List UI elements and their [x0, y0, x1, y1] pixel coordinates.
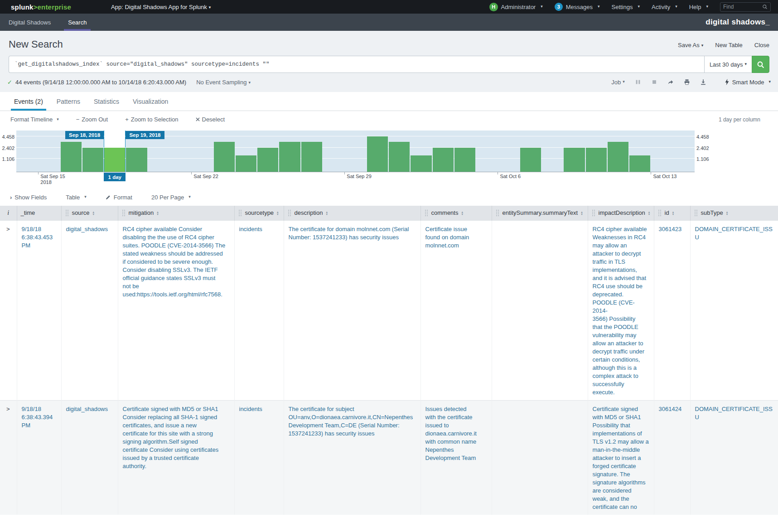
event-cell-subtype[interactable]: DOMAIN_CERTIFICATE_ISSU	[690, 220, 778, 400]
save-as-button[interactable]: Save As▾	[678, 42, 703, 48]
event-cell-comments[interactable]: Certificate issue found on domain molnne…	[420, 220, 492, 400]
column-drag-handle[interactable]	[65, 209, 69, 216]
timeline-bar[interactable]	[454, 148, 475, 172]
timerange-picker[interactable]: Last 30 days▾	[704, 56, 752, 73]
view-table-menu[interactable]: Table▾	[66, 194, 87, 201]
column-drag-handle[interactable]	[592, 209, 595, 216]
share-job-button[interactable]	[667, 79, 674, 85]
event-cell-mitigation[interactable]: Certificate signed with MD5 or SHA1 Cons…	[118, 400, 234, 515]
sort-arrows-icon[interactable]: ▴▾	[648, 211, 650, 215]
sort-arrows-icon[interactable]: ▴▾	[581, 211, 583, 215]
appnav-search[interactable]: Search	[59, 14, 95, 31]
show-fields-toggle[interactable]: ›Show Fields	[10, 194, 47, 201]
timeline-bar-selected[interactable]	[104, 148, 125, 172]
zoom-to-selection-button[interactable]: +Zoom to Selection	[125, 116, 178, 123]
format-menu[interactable]: Format	[106, 194, 132, 201]
event-cell-mitigation[interactable]: RC4 cipher available Consider disabling …	[118, 220, 234, 400]
event-cell-description[interactable]: The certificate for domain molnnet.com (…	[284, 220, 420, 400]
event-cell-id[interactable]: 3061423	[654, 220, 690, 400]
timeline-bar[interactable]	[236, 155, 256, 172]
expand-event-button[interactable]: >	[0, 400, 17, 515]
sort-arrows-icon[interactable]: ▴▾	[672, 211, 674, 215]
column-header-sourcetype[interactable]: sourcetype▴▾	[234, 206, 284, 220]
search-submit-button[interactable]	[752, 56, 769, 73]
app-switcher-menu[interactable]: App: Digital Shadows App for Splunk▾	[111, 4, 211, 10]
close-button[interactable]: Close	[754, 42, 769, 48]
sort-arrows-icon[interactable]: ▴▾	[157, 211, 159, 215]
pause-job-button[interactable]	[635, 79, 641, 85]
column-drag-handle[interactable]	[122, 209, 126, 216]
search-mode-menu[interactable]: Smart Mode▾	[725, 79, 771, 86]
splunk-logo[interactable]: splunk>enterprise	[11, 3, 71, 11]
tab-visualization[interactable]: Visualization	[126, 92, 175, 111]
event-sampling-menu[interactable]: No Event Sampling▾	[196, 79, 251, 86]
event-cell-id[interactable]: 3061424	[654, 400, 690, 515]
stop-job-button[interactable]	[651, 79, 657, 85]
timeline-bar[interactable]	[257, 148, 278, 172]
column-header-entitysummary-summarytext[interactable]: entitySummary.summaryText▴▾	[492, 206, 588, 220]
timeline-bar[interactable]	[82, 148, 103, 172]
event-cell--time[interactable]: 9/18/18 6:38:43.394 PM	[17, 400, 61, 515]
event-cell-sourcetype[interactable]: incidents	[234, 220, 284, 400]
sort-arrows-icon[interactable]: ▴▾	[277, 211, 279, 215]
per-page-menu[interactable]: 20 Per Page▾	[151, 194, 191, 201]
print-button[interactable]	[684, 79, 690, 85]
tab-patterns[interactable]: Patterns	[50, 92, 87, 111]
messages-menu[interactable]: 3 Messages▾	[555, 3, 600, 11]
timeline-bar[interactable]	[279, 142, 300, 172]
sort-arrows-icon[interactable]: ▴▾	[93, 211, 95, 215]
column-header-source[interactable]: source▴▾	[61, 206, 118, 220]
tab-events[interactable]: Events (2)	[7, 92, 50, 111]
help-menu[interactable]: Help▾	[689, 4, 708, 10]
timeline-bar[interactable]	[586, 148, 607, 172]
column-drag-handle[interactable]	[238, 209, 242, 216]
event-cell-comments[interactable]: Issues detected with the certificate iss…	[420, 400, 492, 515]
column-header-mitigation[interactable]: mitigation▴▾	[118, 206, 234, 220]
sort-arrows-icon[interactable]: ▴▾	[726, 211, 728, 215]
column-drag-handle[interactable]	[658, 209, 662, 216]
event-cell-source[interactable]: digital_shadows	[61, 400, 118, 515]
event-cell--time[interactable]: 9/18/18 6:38:43.453 PM	[17, 220, 61, 400]
sort-arrows-icon[interactable]: ▴▾	[461, 211, 463, 215]
column-header-subtype[interactable]: subType▴▾	[690, 206, 778, 220]
timeline-plot-area[interactable]: Sep 18, 2018Sep 19, 2018	[16, 131, 695, 172]
column-drag-handle[interactable]	[288, 209, 291, 216]
job-menu[interactable]: Job▾	[611, 79, 625, 86]
column-drag-handle[interactable]	[425, 209, 428, 216]
event-cell-subtype[interactable]: DOMAIN_CERTIFICATE_ISSU	[690, 400, 778, 515]
settings-menu[interactable]: Settings▾	[612, 4, 640, 10]
timeline-bar[interactable]	[608, 142, 628, 172]
event-cell-impactdescription[interactable]: RC4 cipher available Weaknesses in RC4 m…	[588, 220, 654, 400]
column-header-impactdescription[interactable]: impactDescription▴▾	[588, 206, 654, 220]
selection-duration-flag[interactable]: 1 day	[104, 173, 126, 181]
column-header-id[interactable]: id▴▾	[654, 206, 690, 220]
event-cell-sourcetype[interactable]: incidents	[234, 400, 284, 515]
expand-event-button[interactable]: >	[0, 220, 17, 400]
timeline-bar[interactable]	[629, 155, 650, 172]
event-cell-source[interactable]: digital_shadows	[61, 220, 118, 400]
timeline-bar[interactable]	[126, 148, 147, 172]
timeline-bar[interactable]	[520, 148, 541, 172]
timeline-bar[interactable]	[433, 148, 454, 172]
format-timeline-menu[interactable]: Format Timeline▾	[10, 116, 59, 123]
new-table-button[interactable]: New Table	[715, 42, 742, 48]
column-header-description[interactable]: description▴▾	[284, 206, 420, 220]
export-button[interactable]	[700, 79, 706, 85]
event-cell-description[interactable]: The certificate for subject OU=anv,O=dio…	[284, 400, 420, 515]
timeline-bar[interactable]	[411, 155, 431, 172]
tab-statistics[interactable]: Statistics	[87, 92, 126, 111]
timeline-bar[interactable]	[367, 136, 388, 172]
user-menu[interactable]: H Administrator▾	[489, 3, 543, 11]
deselect-button[interactable]: Deselect	[196, 116, 225, 123]
appnav-digital-shadows[interactable]: Digital Shadows	[0, 14, 59, 31]
activity-menu[interactable]: Activity▾	[652, 4, 677, 10]
timeline-bar[interactable]	[214, 142, 235, 172]
column-drag-handle[interactable]	[694, 209, 698, 216]
find-input[interactable]: Find	[720, 2, 771, 12]
column-header-comments[interactable]: comments▴▾	[420, 206, 492, 220]
event-cell-impactdescription[interactable]: Certificate signed with MD5 or SHA1 Poss…	[588, 400, 654, 515]
timeline-bar[interactable]	[301, 142, 322, 172]
timeline-bar[interactable]	[61, 142, 82, 172]
timeline-bar[interactable]	[564, 148, 585, 172]
column-drag-handle[interactable]	[496, 209, 499, 216]
